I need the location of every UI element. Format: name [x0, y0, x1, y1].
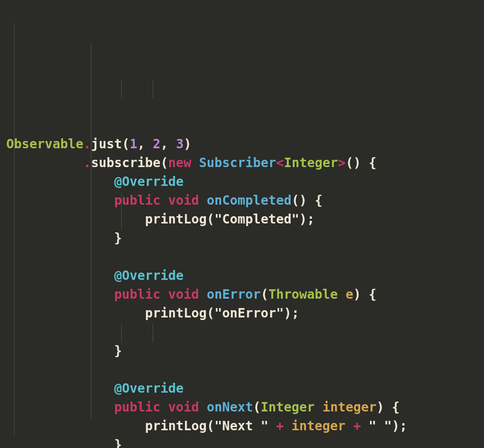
method-subscribe: subscribe	[91, 155, 160, 170]
lparen2: (	[160, 155, 168, 170]
num-3: 3	[176, 136, 184, 151]
lbrace-onCompleted: {	[315, 193, 322, 208]
gt: >	[338, 155, 345, 170]
comma2: ,	[160, 136, 176, 151]
code-block: Observable.just(1, 2, 3) .subscribe(new …	[0, 0, 484, 448]
kw-void-3: void	[168, 399, 199, 415]
empty-args: ()	[345, 155, 361, 170]
lparen-onNext: (	[253, 399, 261, 415]
string-next: "Next "	[214, 418, 268, 433]
rparen-p2: )	[284, 305, 292, 321]
dot: .	[84, 136, 91, 151]
lbrace-onNext: {	[392, 399, 400, 415]
kw-new: new	[168, 155, 191, 170]
annotation-override-1: @Override	[114, 174, 184, 189]
plus-2: +	[345, 418, 368, 433]
semi-1: ;	[307, 211, 315, 227]
annotation-override-3: @Override	[114, 381, 184, 396]
type-observable: Observable	[6, 136, 84, 151]
type-integer-param: Integer	[261, 399, 315, 415]
lparen-p2: (	[207, 305, 215, 321]
type-throwable: Throwable	[269, 287, 338, 302]
string-space: " "	[368, 418, 391, 433]
call-printLog-3: printLog	[145, 418, 207, 433]
args-onCompleted: ()	[292, 193, 307, 208]
call-printLog-2: printLog	[145, 305, 207, 321]
string-onError: "onError"	[214, 305, 284, 321]
rparen: )	[183, 136, 191, 151]
lbrace-anon: {	[361, 155, 377, 170]
kw-public-3: public	[114, 399, 161, 415]
method-just: just	[91, 136, 122, 151]
num-2: 2	[153, 136, 160, 151]
kw-void-2: void	[168, 287, 199, 302]
lbrace-onError: {	[368, 287, 376, 302]
kw-void-1: void	[168, 193, 199, 208]
lparen-p3: (	[207, 418, 215, 433]
rbrace-onCompleted: }	[114, 230, 122, 245]
dot2: .	[84, 155, 91, 170]
rparen-p3: )	[392, 418, 400, 433]
plus-1: +	[269, 418, 292, 433]
rparen-p1: )	[299, 211, 307, 227]
rparen-onError: )	[353, 287, 361, 302]
decl-onError: onError	[207, 287, 261, 302]
lt: <	[276, 155, 284, 170]
semi-3: ;	[399, 418, 407, 433]
kw-public-1: public	[114, 193, 161, 208]
lparen-p1: (	[207, 211, 215, 227]
rparen-onNext: )	[376, 399, 384, 415]
space	[191, 155, 199, 170]
type-subscriber: Subscriber	[199, 155, 276, 170]
decl-onNext: onNext	[207, 399, 253, 415]
semi-2: ;	[292, 305, 299, 321]
lparen: (	[122, 136, 130, 151]
num-1: 1	[130, 136, 137, 151]
rbrace-onNext: }	[114, 437, 122, 448]
decl-onCompleted: onCompleted	[207, 193, 292, 208]
type-integer-generic: Integer	[284, 155, 338, 170]
ref-integer: integer	[292, 418, 345, 433]
lparen-onError: (	[261, 287, 269, 302]
call-printLog-1: printLog	[145, 211, 207, 227]
param-e: e	[345, 287, 353, 302]
comma1: ,	[137, 136, 153, 151]
kw-public-2: public	[114, 287, 161, 302]
rbrace-onError: }	[114, 343, 122, 358]
string-completed: "Completed"	[214, 211, 299, 227]
annotation-override-2: @Override	[114, 268, 184, 283]
param-integer: integer	[322, 399, 376, 415]
